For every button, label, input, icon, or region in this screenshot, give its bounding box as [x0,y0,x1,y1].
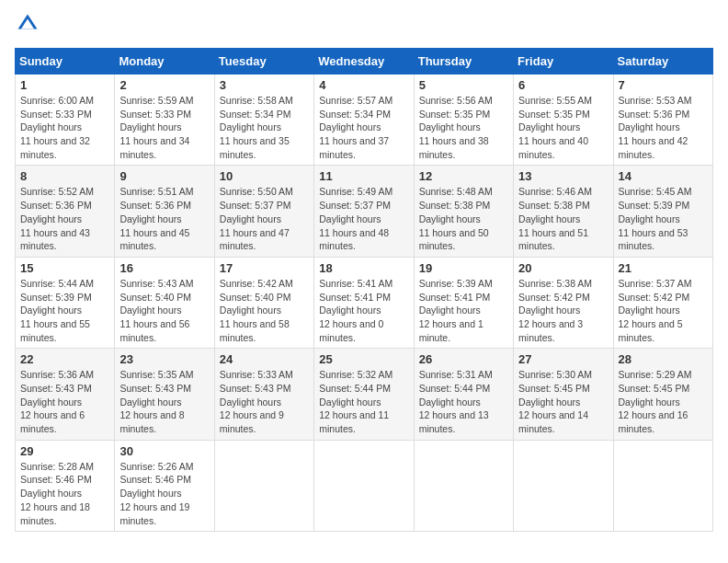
calendar-week-row: 22Sunrise: 5:36 AMSunset: 5:43 PMDayligh… [16,349,713,440]
calendar-cell [414,440,513,531]
calendar-cell: 11Sunrise: 5:49 AMSunset: 5:37 PMDayligh… [314,166,414,257]
day-info: Sunrise: 5:45 AMSunset: 5:39 PMDaylight … [619,185,708,252]
calendar-cell [214,440,313,531]
day-number: 29 [20,444,109,458]
day-number: 10 [220,169,309,183]
calendar-week-row: 1Sunrise: 6:00 AMSunset: 5:33 PMDaylight… [16,75,713,166]
calendar-cell: 5Sunrise: 5:56 AMSunset: 5:35 PMDaylight… [414,75,513,166]
day-info: Sunrise: 5:36 AMSunset: 5:43 PMDaylight … [20,368,109,435]
day-number: 28 [619,352,708,366]
day-info: Sunrise: 5:26 AMSunset: 5:46 PMDaylight … [119,460,209,527]
day-number: 22 [20,352,109,366]
day-info: Sunrise: 5:59 AMSunset: 5:33 PMDaylight … [119,94,209,161]
day-info: Sunrise: 5:55 AMSunset: 5:35 PMDaylight … [518,94,608,161]
day-number: 19 [419,261,508,275]
weekday-header-thursday: Thursday [414,49,513,75]
calendar-week-row: 8Sunrise: 5:52 AMSunset: 5:36 PMDaylight… [16,166,713,257]
day-number: 14 [619,169,708,183]
day-number: 24 [220,352,309,366]
calendar-cell: 18Sunrise: 5:41 AMSunset: 5:41 PMDayligh… [314,257,414,348]
day-number: 2 [119,78,209,92]
calendar-cell: 20Sunrise: 5:38 AMSunset: 5:42 PMDayligh… [514,257,613,348]
day-number: 4 [319,78,408,92]
calendar-cell: 24Sunrise: 5:33 AMSunset: 5:43 PMDayligh… [214,349,313,440]
day-info: Sunrise: 5:48 AMSunset: 5:38 PMDaylight … [419,185,508,252]
day-number: 20 [518,261,608,275]
day-number: 6 [518,78,608,92]
calendar-cell: 2Sunrise: 5:59 AMSunset: 5:33 PMDaylight… [115,75,214,166]
day-number: 1 [20,78,109,92]
day-info: Sunrise: 5:56 AMSunset: 5:35 PMDaylight … [419,94,508,161]
day-number: 13 [518,169,608,183]
day-info: Sunrise: 5:58 AMSunset: 5:34 PMDaylight … [220,94,309,161]
calendar-header-row: SundayMondayTuesdayWednesdayThursdayFrid… [16,49,713,75]
day-info: Sunrise: 5:44 AMSunset: 5:39 PMDaylight … [20,277,109,344]
calendar-cell: 21Sunrise: 5:37 AMSunset: 5:42 PMDayligh… [613,257,712,348]
calendar-week-row: 29Sunrise: 5:28 AMSunset: 5:46 PMDayligh… [16,440,713,531]
day-number: 17 [220,261,309,275]
calendar-cell: 26Sunrise: 5:31 AMSunset: 5:44 PMDayligh… [414,349,513,440]
day-info: Sunrise: 5:35 AMSunset: 5:43 PMDaylight … [119,368,209,435]
calendar-cell: 19Sunrise: 5:39 AMSunset: 5:41 PMDayligh… [414,257,513,348]
calendar-cell: 22Sunrise: 5:36 AMSunset: 5:43 PMDayligh… [16,349,115,440]
day-info: Sunrise: 5:50 AMSunset: 5:37 PMDaylight … [220,185,309,252]
day-info: Sunrise: 5:39 AMSunset: 5:41 PMDaylight … [419,277,508,344]
calendar-cell: 29Sunrise: 5:28 AMSunset: 5:46 PMDayligh… [16,440,115,531]
page-header [15,15,713,40]
calendar-cell: 8Sunrise: 5:52 AMSunset: 5:36 PMDaylight… [16,166,115,257]
calendar-cell: 12Sunrise: 5:48 AMSunset: 5:38 PMDayligh… [414,166,513,257]
day-info: Sunrise: 5:38 AMSunset: 5:42 PMDaylight … [518,277,608,344]
day-info: Sunrise: 5:30 AMSunset: 5:45 PMDaylight … [518,368,608,435]
calendar-cell: 17Sunrise: 5:42 AMSunset: 5:40 PMDayligh… [214,257,313,348]
calendar-cell: 23Sunrise: 5:35 AMSunset: 5:43 PMDayligh… [115,349,214,440]
calendar-cell [514,440,613,531]
day-number: 8 [20,169,109,183]
calendar-cell: 4Sunrise: 5:57 AMSunset: 5:34 PMDaylight… [314,75,414,166]
day-info: Sunrise: 5:31 AMSunset: 5:44 PMDaylight … [419,368,508,435]
calendar-cell: 7Sunrise: 5:53 AMSunset: 5:36 PMDaylight… [613,75,712,166]
weekday-header-monday: Monday [115,49,214,75]
day-info: Sunrise: 5:42 AMSunset: 5:40 PMDaylight … [220,277,309,344]
day-info: Sunrise: 5:57 AMSunset: 5:34 PMDaylight … [319,94,408,161]
day-number: 18 [319,261,408,275]
day-info: Sunrise: 5:29 AMSunset: 5:45 PMDaylight … [619,368,708,435]
calendar-cell: 27Sunrise: 5:30 AMSunset: 5:45 PMDayligh… [514,349,613,440]
day-info: Sunrise: 5:28 AMSunset: 5:46 PMDaylight … [20,460,109,527]
day-info: Sunrise: 5:52 AMSunset: 5:36 PMDaylight … [20,185,109,252]
day-info: Sunrise: 5:32 AMSunset: 5:44 PMDaylight … [319,368,408,435]
day-info: Sunrise: 5:33 AMSunset: 5:43 PMDaylight … [220,368,309,435]
day-info: Sunrise: 5:41 AMSunset: 5:41 PMDaylight … [319,277,408,344]
day-number: 16 [119,261,209,275]
day-number: 27 [518,352,608,366]
calendar-cell [613,440,712,531]
day-info: Sunrise: 6:00 AMSunset: 5:33 PMDaylight … [20,94,109,161]
day-number: 21 [619,261,708,275]
day-number: 3 [220,78,309,92]
weekday-header-tuesday: Tuesday [214,49,313,75]
calendar-cell: 28Sunrise: 5:29 AMSunset: 5:45 PMDayligh… [613,349,712,440]
weekday-header-sunday: Sunday [16,49,115,75]
calendar-cell: 9Sunrise: 5:51 AMSunset: 5:36 PMDaylight… [115,166,214,257]
day-number: 30 [119,444,209,458]
day-number: 12 [419,169,508,183]
calendar-table: SundayMondayTuesdayWednesdayThursdayFrid… [15,48,713,532]
calendar-cell: 10Sunrise: 5:50 AMSunset: 5:37 PMDayligh… [214,166,313,257]
day-info: Sunrise: 5:37 AMSunset: 5:42 PMDaylight … [619,277,708,344]
day-info: Sunrise: 5:46 AMSunset: 5:38 PMDaylight … [518,185,608,252]
calendar-cell: 3Sunrise: 5:58 AMSunset: 5:34 PMDaylight… [214,75,313,166]
day-number: 23 [119,352,209,366]
day-info: Sunrise: 5:43 AMSunset: 5:40 PMDaylight … [119,277,209,344]
weekday-header-friday: Friday [514,49,613,75]
calendar-cell [314,440,414,531]
calendar-cell: 1Sunrise: 6:00 AMSunset: 5:33 PMDaylight… [16,75,115,166]
calendar-cell: 6Sunrise: 5:55 AMSunset: 5:35 PMDaylight… [514,75,613,166]
calendar-cell: 15Sunrise: 5:44 AMSunset: 5:39 PMDayligh… [16,257,115,348]
calendar-cell: 30Sunrise: 5:26 AMSunset: 5:46 PMDayligh… [115,440,214,531]
day-info: Sunrise: 5:51 AMSunset: 5:36 PMDaylight … [119,185,209,252]
day-info: Sunrise: 5:49 AMSunset: 5:37 PMDaylight … [319,185,408,252]
day-number: 7 [619,78,708,92]
calendar-week-row: 15Sunrise: 5:44 AMSunset: 5:39 PMDayligh… [16,257,713,348]
calendar-cell: 16Sunrise: 5:43 AMSunset: 5:40 PMDayligh… [115,257,214,348]
calendar-cell: 14Sunrise: 5:45 AMSunset: 5:39 PMDayligh… [613,166,712,257]
day-info: Sunrise: 5:53 AMSunset: 5:36 PMDaylight … [619,94,708,161]
